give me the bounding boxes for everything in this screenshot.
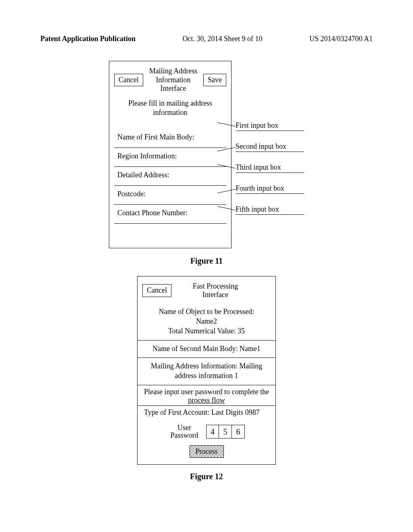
prompt-line-1: Please input user password to complete t… <box>144 388 269 396</box>
figure-11-caption: Figure 11 <box>40 256 373 266</box>
annotation-fourth-input-box: Fourth input box <box>236 184 304 194</box>
annotation-third-input-box: Third input box <box>236 163 304 173</box>
header-publication-type: Patent Application Publication <box>40 35 136 43</box>
mailing-address-section: Mailing Address Information: Mailing add… <box>138 358 275 385</box>
save-button[interactable]: Save <box>203 74 226 87</box>
screen-title: Mailing Address Information Interface <box>143 67 203 93</box>
detailed-address-input[interactable]: Detailed Address: <box>114 167 226 186</box>
mailing-address-interface: Cancel Mailing Address Information Inter… <box>109 61 232 248</box>
second-main-body-section: Name of Second Main Body: Name1 <box>138 341 275 358</box>
user-password-row: User Password 4 5 6 <box>138 420 275 446</box>
password-digit-3[interactable]: 6 <box>232 425 245 438</box>
account-type-value: Type of First Account: Last Digits 0987 <box>144 408 260 416</box>
object-name-label: Name of Object to be Processed: <box>159 308 254 316</box>
title-line-1: Mailing Address <box>149 67 198 75</box>
annotation-fifth-input-box: Fifth input box <box>236 205 304 215</box>
object-name-value: Name2 <box>196 317 217 325</box>
region-information-input[interactable]: Region Information: <box>114 148 226 167</box>
user-password-label: User Password <box>168 424 200 440</box>
running-header: Patent Application Publication Oct. 30, … <box>40 35 373 43</box>
patent-page: Patent Application Publication Oct. 30, … <box>0 0 413 516</box>
form-fields: Name of First Main Body: Region Informat… <box>114 129 226 224</box>
figure-11-container: Cancel Mailing Address Information Inter… <box>40 61 373 248</box>
figure-11-annotations: First input box Second input box Third i… <box>232 61 304 226</box>
figure-12-container: Cancel Fast Processing Interface Name of… <box>40 276 373 465</box>
password-digit-boxes: 4 5 6 <box>206 425 245 438</box>
instruction-line-2: information <box>153 108 188 116</box>
annotation-second-input-box: Second input box <box>236 142 304 152</box>
screen-title: Fast Processing Interface <box>171 282 271 299</box>
password-prompt: Please input user password to complete t… <box>138 385 275 405</box>
header-publication-number: US 2014/0324700 A1 <box>309 35 373 43</box>
fast-processing-interface: Cancel Fast Processing Interface Name of… <box>137 276 276 465</box>
object-to-process-section: Name of Object to be Processed: Name2 To… <box>138 303 275 341</box>
password-digit-1[interactable]: 4 <box>206 425 219 438</box>
title-line-2: Information <box>156 76 191 84</box>
title-line-3: Interface <box>161 84 186 92</box>
pwd-label-line-1: User <box>177 424 191 432</box>
name-of-first-main-body-input[interactable]: Name of First Main Body: <box>114 129 226 148</box>
title-line-2: Interface <box>202 291 228 299</box>
process-button[interactable]: Process <box>190 445 224 458</box>
header-date-sheet: Oct. 30, 2014 Sheet 9 of 10 <box>183 35 263 43</box>
second-main-body-value: Name of Second Main Body: Name1 <box>152 345 260 353</box>
mailing-address-line-1: Mailing Address Information: Mailing <box>151 362 262 370</box>
figure-12-toolbar: Cancel Fast Processing Interface <box>138 276 275 303</box>
password-digit-2[interactable]: 5 <box>219 425 232 438</box>
prompt-line-2: process flow <box>188 396 225 404</box>
pwd-label-line-2: Password <box>170 431 198 439</box>
cancel-button[interactable]: Cancel <box>114 74 143 87</box>
figure-12-caption: Figure 12 <box>40 472 373 481</box>
contact-phone-number-input[interactable]: Contact Phone Number: <box>114 205 226 224</box>
process-button-row: Process <box>138 445 275 464</box>
annotation-first-input-box: First input box <box>236 121 304 131</box>
account-type-row: Type of First Account: Last Digits 0987 <box>138 405 275 420</box>
instruction-line-1: Please fill in mailing address <box>128 99 212 107</box>
figure-11-toolbar: Cancel Mailing Address Information Inter… <box>114 67 226 93</box>
total-numerical-value: Total Numerical Value: 35 <box>168 327 245 335</box>
cancel-button[interactable]: Cancel <box>142 284 171 297</box>
instruction-text: Please fill in mailing address informati… <box>114 99 226 118</box>
mailing-address-line-2: address information 1 <box>175 372 238 380</box>
title-line-1: Fast Processing <box>193 282 238 290</box>
postcode-input[interactable]: Postcode: <box>114 186 226 205</box>
